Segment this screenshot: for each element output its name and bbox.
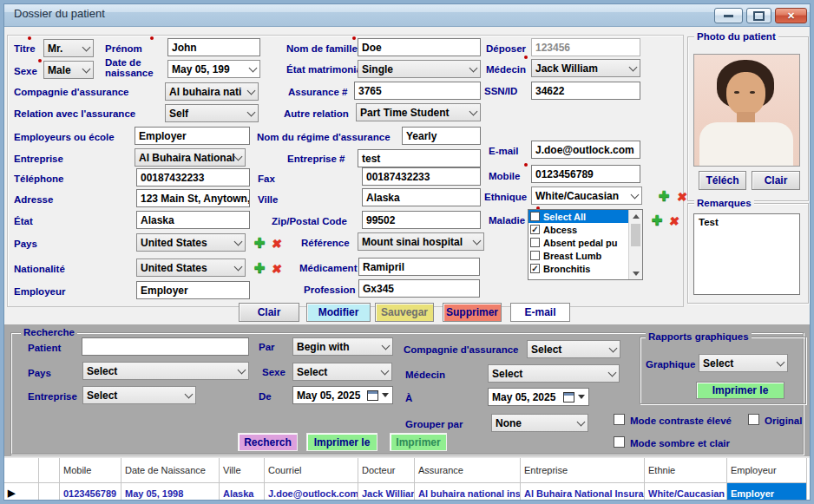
regime-assurance-input[interactable]: Yearly (402, 127, 481, 145)
adresse-input[interactable]: 123 Main St, Anytown, (136, 189, 250, 207)
contrast-mode-checkbox[interactable] (614, 414, 625, 425)
relation-assurance-select[interactable]: Self (165, 104, 259, 122)
maladie-item-select-all[interactable]: Select All (528, 210, 642, 223)
delete-maladie-icon[interactable]: ✖ (666, 213, 684, 229)
nationalite-select[interactable]: United States (136, 259, 246, 277)
row-selector-icon[interactable]: ▶ (3, 483, 39, 503)
upload-photo-button[interactable]: Téléch (699, 171, 746, 190)
table-row[interactable]: ▶ 0123456789 May 05, 1998 Alaska J.doe@o… (3, 483, 811, 503)
prenom-input[interactable]: John (167, 38, 260, 56)
email-input[interactable]: J.doe@outlock.com (531, 141, 640, 159)
zip-input[interactable]: 99502 (362, 211, 481, 229)
search-pays-select[interactable]: Select (82, 362, 249, 380)
cell-ville[interactable]: Alaska (220, 483, 265, 503)
search-entreprise-select[interactable]: Select (82, 386, 196, 404)
add-maladie-icon[interactable]: ✚ (649, 213, 665, 228)
maladie-item[interactable]: Breast Lumb (528, 249, 642, 262)
header-entreprise[interactable]: Entreprise (521, 458, 645, 483)
graphique-select[interactable]: Select (699, 354, 788, 372)
search-sexe-select[interactable]: Select (292, 363, 392, 381)
delete-pays-icon[interactable]: ✖ (268, 236, 286, 252)
header-courriel[interactable]: Courriel (265, 458, 358, 483)
header-ville[interactable]: Ville (220, 458, 265, 483)
search-compagnie-select[interactable]: Select (527, 340, 620, 358)
scrollbar-thumb[interactable] (631, 224, 640, 246)
checkbox[interactable] (530, 251, 540, 260)
nom-famille-input[interactable]: Doe (358, 38, 481, 56)
checkbox[interactable] (530, 264, 540, 273)
telephone-input[interactable]: 00187432233 (136, 168, 250, 187)
medicament-input[interactable]: Ramipril (358, 258, 480, 276)
ville-input[interactable]: Alaska (362, 188, 481, 206)
profession-input[interactable]: Gx345 (358, 279, 480, 298)
clear-photo-button[interactable]: Clair (752, 171, 800, 190)
maladie-item[interactable]: Absent pedal pu (528, 236, 642, 249)
header-ethnie[interactable]: Ethnie (645, 458, 727, 483)
scroll-up-button[interactable] (629, 210, 642, 222)
cell-assurance[interactable]: Al buhaira national ins (415, 483, 521, 503)
search-par-select[interactable]: Begin with (292, 337, 393, 356)
cell-employeur[interactable]: Employer (727, 483, 807, 503)
medecin-select[interactable]: Jack William (531, 59, 640, 77)
checkbox[interactable] (530, 225, 540, 234)
clear-button[interactable]: Clair (239, 303, 299, 322)
maladie-item[interactable]: Bronchitis (528, 262, 642, 275)
cell-courriel[interactable]: J.doe@outlock.com (265, 483, 358, 503)
close-button[interactable]: ✕ (775, 8, 807, 23)
employeurs-ecole-input[interactable]: Employer (135, 127, 250, 145)
etat-input[interactable]: Alaska (136, 211, 250, 229)
date-naissance-select[interactable]: May 05, 199 (167, 60, 260, 78)
header-naissance[interactable]: Date de Naissance (121, 458, 220, 483)
save-button[interactable]: Sauvegar (375, 303, 434, 322)
entreprise-select[interactable]: Al Buhaira National (135, 148, 246, 167)
etat-matrimonial-select[interactable]: Single (358, 60, 481, 78)
checkbox[interactable] (530, 238, 540, 247)
autre-relation-select[interactable]: Part Time Student (356, 103, 481, 121)
compagnie-assurance-select[interactable]: Al buhaira nati (165, 82, 259, 101)
entreprise-num-input[interactable]: test (358, 149, 481, 167)
search-medecin-select[interactable]: Select (488, 364, 620, 383)
header-employeur[interactable]: Employeur (727, 458, 807, 483)
ssn-input[interactable]: 34622 (531, 82, 640, 100)
cell-entreprise[interactable]: Al Buhaira National Insurance (521, 483, 645, 503)
maximize-button[interactable] (746, 8, 771, 23)
maladie-scrollbar[interactable] (628, 210, 642, 279)
add-nationalite-icon[interactable]: ✚ (252, 260, 267, 276)
remarques-textarea[interactable]: Test (693, 213, 800, 295)
original-checkbox[interactable] (748, 414, 759, 425)
maladie-listbox[interactable]: Select All Abcess Absent pedal pu Breast… (528, 209, 643, 280)
maladie-item[interactable]: Abcess (528, 223, 642, 236)
search-button[interactable]: Recherch (238, 433, 298, 451)
minimize-button[interactable] (714, 8, 743, 23)
assurance-num-input[interactable]: 3765 (354, 82, 481, 100)
ethnique-select[interactable]: White/Caucasian (531, 187, 642, 205)
add-pays-icon[interactable]: ✚ (252, 235, 267, 251)
cell-mobile[interactable]: 0123456789 (60, 483, 121, 503)
employeur-input[interactable]: Employer (136, 281, 250, 299)
modify-button[interactable]: Modifier (306, 303, 371, 322)
scroll-down-button[interactable] (629, 267, 642, 279)
cell-docteur[interactable]: Jack William (358, 483, 415, 503)
print-button[interactable]: Imprimer (390, 433, 447, 451)
pays-select[interactable]: United States (136, 233, 246, 252)
delete-button[interactable]: Supprimer (443, 303, 502, 322)
sexe-select[interactable]: Male (43, 61, 94, 79)
header-docteur[interactable]: Docteur (358, 458, 415, 483)
checkbox[interactable] (530, 212, 540, 221)
add-ethnique-icon[interactable]: ✚ (656, 188, 672, 204)
reference-select[interactable]: Mount sinai hospital (358, 232, 484, 251)
fax-input[interactable]: 00187432233 (362, 167, 481, 186)
delete-nationalite-icon[interactable]: ✖ (268, 261, 286, 277)
search-de-datepicker[interactable]: May 05, 2025 (292, 386, 393, 404)
print-the-button[interactable]: Imprimer le (306, 433, 377, 451)
search-a-datepicker[interactable]: May 05, 2025 (488, 388, 589, 406)
grouper-par-select[interactable]: None (491, 414, 588, 432)
header-assurance[interactable]: Assurance (415, 458, 521, 483)
cell-ethnie[interactable]: White/Caucasian (645, 483, 727, 503)
mobile-input[interactable]: 0123456789 (531, 165, 640, 183)
dark-light-mode-checkbox[interactable] (614, 436, 625, 448)
cell-naissance[interactable]: May 05, 1998 (121, 483, 220, 503)
search-patient-input[interactable] (82, 337, 249, 356)
titre-select[interactable]: Mr. (43, 39, 94, 57)
print-report-button[interactable]: Imprimer le (696, 382, 784, 399)
